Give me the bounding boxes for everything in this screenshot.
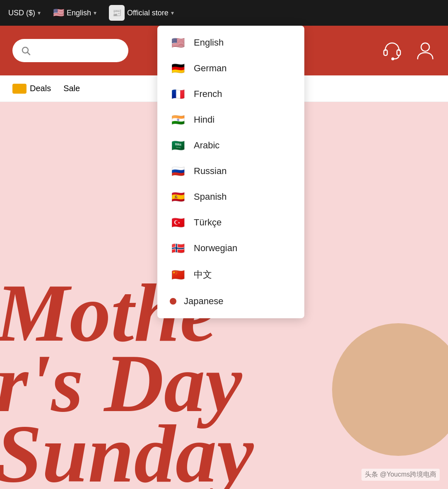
language-option-label: Hindi bbox=[194, 114, 214, 125]
flag-icon: 🇨🇳 bbox=[170, 269, 186, 280]
headset-icon[interactable] bbox=[382, 40, 402, 61]
search-box[interactable] bbox=[12, 39, 128, 62]
store-chevron: ▾ bbox=[171, 10, 174, 16]
nav-sale[interactable]: Sale bbox=[63, 84, 80, 93]
flag-icon: 🇪🇸 bbox=[170, 191, 186, 202]
nav-deals[interactable]: Deals bbox=[12, 84, 51, 94]
language-option-label: Spanish bbox=[194, 191, 227, 202]
language-option-中文[interactable]: 🇨🇳中文 bbox=[157, 261, 304, 288]
watermark: 头条 @Youcms跨境电商 bbox=[361, 469, 440, 481]
language-option-label: English bbox=[194, 37, 224, 48]
flag-icon: 🇹🇷 bbox=[170, 217, 186, 228]
flag-icon: 🇺🇸 bbox=[170, 37, 186, 48]
user-icon[interactable] bbox=[415, 40, 436, 61]
language-option-french[interactable]: 🇫🇷French bbox=[157, 81, 304, 107]
language-option-label: Japanese bbox=[184, 296, 223, 307]
flag-icon: 🇫🇷 bbox=[170, 89, 186, 99]
language-option-norwegian[interactable]: 🇳🇴Norwegian bbox=[157, 235, 304, 261]
flag-icon: 🇷🇺 bbox=[170, 166, 186, 177]
header-icons bbox=[382, 40, 436, 61]
svg-line-1 bbox=[28, 53, 30, 55]
language-selector[interactable]: 🇺🇸 English ▾ bbox=[53, 7, 96, 18]
top-bar: USD ($) ▾ 🇺🇸 English ▾ 📰 Official store … bbox=[0, 0, 448, 26]
flag-icon: 🇸🇦 bbox=[170, 140, 186, 151]
sale-label: Sale bbox=[63, 84, 80, 93]
currency-chevron: ▾ bbox=[38, 10, 41, 16]
language-option-label: Arabic bbox=[194, 140, 219, 151]
language-option-spanish[interactable]: 🇪🇸Spanish bbox=[157, 184, 304, 210]
store-selector[interactable]: 📰 Official store ▾ bbox=[109, 5, 174, 21]
svg-point-4 bbox=[392, 58, 394, 60]
promo-image bbox=[332, 323, 448, 456]
language-option-hindi[interactable]: 🇮🇳Hindi bbox=[157, 107, 304, 133]
flag-icon: 🇳🇴 bbox=[170, 243, 186, 254]
language-option-label: French bbox=[194, 89, 222, 99]
language-option-english[interactable]: 🇺🇸English bbox=[157, 30, 304, 56]
deals-icon bbox=[12, 84, 26, 94]
language-label: English bbox=[67, 9, 91, 17]
store-label: Official store bbox=[127, 9, 169, 17]
search-icon bbox=[21, 46, 31, 56]
us-flag-icon: 🇺🇸 bbox=[53, 7, 64, 18]
deals-label: Deals bbox=[30, 84, 51, 93]
flag-icon: 🇮🇳 bbox=[170, 114, 186, 125]
language-option-label: 中文 bbox=[194, 269, 212, 281]
language-option-label: Türkçe bbox=[194, 217, 222, 228]
language-option-russian[interactable]: 🇷🇺Russian bbox=[157, 158, 304, 184]
language-option-arabic[interactable]: 🇸🇦Arabic bbox=[157, 133, 304, 158]
flag-dot-icon bbox=[170, 298, 176, 305]
currency-selector[interactable]: USD ($) ▾ bbox=[8, 9, 41, 17]
language-option-label: Russian bbox=[194, 166, 226, 177]
language-option-türkçe[interactable]: 🇹🇷Türkçe bbox=[157, 210, 304, 235]
language-dropdown: 🇺🇸English🇩🇪German🇫🇷French🇮🇳Hindi🇸🇦Arabic… bbox=[157, 26, 304, 318]
language-option-label: Norwegian bbox=[194, 243, 237, 254]
svg-point-5 bbox=[421, 43, 429, 51]
flag-icon: 🇩🇪 bbox=[170, 63, 186, 74]
currency-label: USD ($) bbox=[8, 9, 35, 17]
language-option-label: German bbox=[194, 63, 226, 74]
language-option-german[interactable]: 🇩🇪German bbox=[157, 56, 304, 81]
language-option-japanese[interactable]: Japanese bbox=[157, 288, 304, 314]
language-chevron: ▾ bbox=[94, 10, 96, 16]
store-icon: 📰 bbox=[109, 5, 125, 21]
